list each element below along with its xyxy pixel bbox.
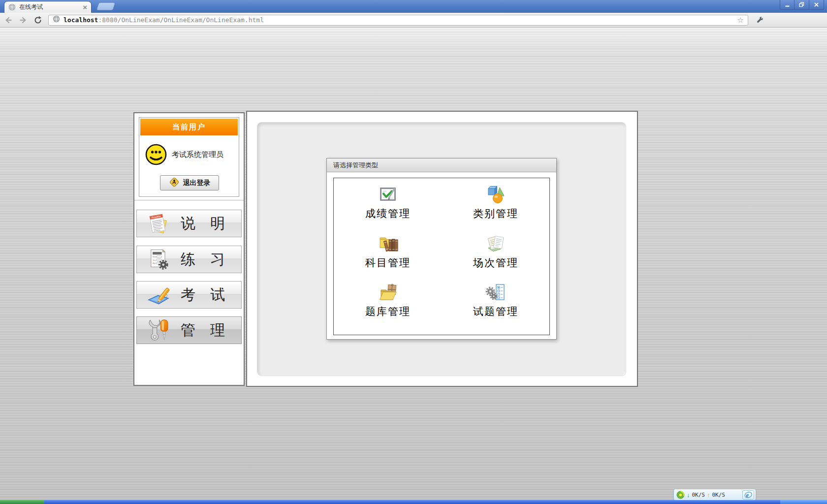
dialog-item-label: 场次管理: [473, 256, 518, 270]
download-arrow-icon: ↓: [687, 491, 690, 499]
sidebar-item-manage[interactable]: 管 理: [136, 316, 242, 344]
dialog-item-label: 成绩管理: [365, 207, 411, 220]
url-path: :8080/OnLineExam/OnLineExam/OnLineExam.h…: [98, 16, 264, 24]
sidebar-item-label: 练 习: [171, 250, 234, 270]
exam-pencil-icon: [146, 282, 171, 308]
taskbar: [0, 500, 827, 504]
bookmark-star-icon[interactable]: ☆: [737, 16, 744, 24]
dialog-item-session[interactable]: 场次管理: [442, 233, 549, 282]
restore-button[interactable]: [795, 0, 809, 10]
sidebar-item-label: 考 试: [171, 285, 234, 305]
logout-sign-icon: [169, 177, 180, 189]
svg-text:Age: Age: [153, 262, 156, 264]
close-button[interactable]: [809, 0, 824, 10]
dialog-item-category[interactable]: 类别管理: [442, 184, 549, 233]
question-gears-icon: [485, 282, 507, 303]
user-row: 考试系统管理员: [144, 139, 237, 170]
dialog-item-label: 题库管理: [365, 305, 411, 318]
browser-toolbar: localhost:8080/OnLineExam/OnLineExam/OnL…: [0, 13, 827, 28]
session-notes-icon: [485, 233, 507, 254]
minimize-button[interactable]: [780, 0, 795, 10]
dialog-item-question[interactable]: 试题管理: [442, 282, 549, 330]
browser-titlebar[interactable]: 在线考试 ×: [0, 0, 827, 13]
sidebar-item-instructions[interactable]: ReadMe 说 明: [136, 210, 242, 237]
url-host: localhost: [64, 16, 98, 24]
svg-text:e: e: [746, 492, 749, 499]
taskbar-edge[interactable]: [44, 500, 780, 504]
logout-button[interactable]: 退出登录: [160, 175, 219, 190]
dialog-title: 请选择管理类型: [327, 158, 556, 172]
subject-books-icon: [377, 233, 399, 254]
menu-wrench-icon[interactable]: [753, 14, 766, 26]
sidebar-item-label: 管 理: [171, 320, 234, 341]
sidebar-item-exam[interactable]: 考 试: [136, 281, 242, 309]
browser-window: 在线考试 × loc: [0, 0, 827, 504]
page-background: 当前用户 考试系统管理员 退出登录: [0, 28, 827, 504]
dialog-item-label: 类别管理: [473, 207, 518, 220]
site-globe-icon: [53, 15, 60, 25]
sidebar-panel: 当前用户 考试系统管理员 退出登录: [133, 112, 245, 386]
internet-explorer-icon[interactable]: e: [742, 490, 754, 500]
forward-button[interactable]: [17, 14, 30, 26]
bank-package-icon: [377, 282, 399, 303]
taskbar-tray-edge[interactable]: [780, 500, 827, 504]
dialog-item-subject[interactable]: 科目管理: [334, 233, 442, 282]
window-controls: [780, 0, 824, 10]
readme-document-icon: ReadMe: [146, 211, 171, 236]
address-bar[interactable]: localhost:8080/OnLineExam/OnLineExam/OnL…: [48, 15, 748, 26]
reload-button[interactable]: [32, 14, 44, 26]
dialog-item-label: 试题管理: [473, 305, 518, 318]
speed-widget[interactable]: ↓ 0K/S ↑ 0K/S e: [673, 489, 756, 501]
current-user-panel: 当前用户 考试系统管理员 退出登录: [139, 117, 239, 197]
management-dialog: 请选择管理类型: [326, 158, 557, 340]
sidebar-item-label: 说 明: [171, 214, 234, 234]
url-text: localhost:8080/OnLineExam/OnLineExam/OnL…: [64, 16, 264, 24]
management-grid: 成绩管理 类别: [334, 178, 549, 330]
dialog-item-score[interactable]: 成绩管理: [334, 184, 442, 233]
logout-label: 退出登录: [183, 179, 211, 188]
svg-text:Sex: Sex: [153, 259, 156, 261]
download-manager-icon: [676, 491, 685, 499]
download-speed: 0K/S: [692, 492, 705, 498]
dialog-item-label: 科目管理: [365, 256, 411, 270]
start-button-edge[interactable]: [0, 500, 44, 504]
manage-tools-icon: [146, 317, 171, 343]
back-button[interactable]: [2, 14, 15, 26]
category-shapes-icon: [485, 184, 507, 205]
tab-close-icon[interactable]: ×: [83, 3, 87, 11]
user-avatar-smiley-icon: [144, 143, 168, 166]
dialog-inner-box: 成绩管理 类别: [333, 178, 550, 335]
upload-arrow-icon: ↑: [707, 491, 710, 499]
score-check-icon: [377, 184, 399, 205]
user-name: 考试系统管理员: [172, 150, 223, 159]
browser-tab[interactable]: 在线考试 ×: [4, 1, 92, 13]
practice-form-icon: Name Sex Age: [146, 247, 171, 272]
new-tab-button[interactable]: [96, 2, 115, 10]
current-user-header: 当前用户: [140, 119, 238, 135]
globe-favicon-icon: [8, 3, 16, 11]
sidebar-item-practice[interactable]: Name Sex Age 练 习: [136, 246, 242, 273]
sidebar-divider: [134, 200, 244, 201]
tab-title: 在线考试: [19, 3, 83, 11]
upload-speed: 0K/S: [712, 492, 726, 498]
dialog-item-bank[interactable]: 题库管理: [334, 282, 442, 330]
